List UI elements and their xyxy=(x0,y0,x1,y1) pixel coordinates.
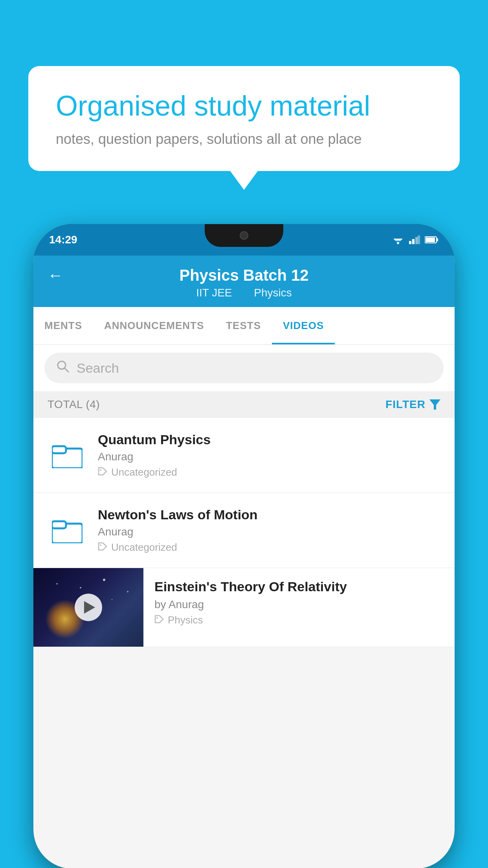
camera-dot xyxy=(240,231,248,240)
app-screen: ← Physics Batch 12 IIT JEE Physics MENTS… xyxy=(33,256,455,868)
folder-svg xyxy=(52,442,83,468)
item-title: Einstein's Theory Of Relativity xyxy=(154,579,444,594)
svg-point-19 xyxy=(100,544,101,546)
tag-label: Physics xyxy=(168,614,203,626)
item-tag: Uncategorized xyxy=(98,466,440,478)
tag-svg xyxy=(98,542,107,551)
play-button[interactable] xyxy=(75,594,102,621)
svg-point-20 xyxy=(103,579,105,581)
search-icon xyxy=(56,360,70,376)
tag-label: Uncategorized xyxy=(111,466,177,478)
battery-icon xyxy=(425,236,439,244)
tag-label: Uncategorized xyxy=(111,541,177,554)
play-triangle-icon xyxy=(84,601,95,614)
speech-bubble: Organised study material notes, question… xyxy=(28,66,460,171)
header-subtitle: IIT JEE Physics xyxy=(191,287,297,299)
filter-button[interactable]: FILTER xyxy=(385,398,440,411)
tab-tests[interactable]: TESTS xyxy=(215,307,272,344)
item-author: Anurag xyxy=(98,451,440,463)
status-bar: 14:29 xyxy=(33,224,455,256)
video-list: Quantum Physics Anurag Uncategorized xyxy=(33,418,455,647)
wifi-icon xyxy=(392,235,404,244)
search-placeholder: Search xyxy=(77,360,119,376)
header-title: Physics Batch 12 xyxy=(179,267,308,284)
tag-svg xyxy=(154,615,164,623)
svg-rect-7 xyxy=(418,235,420,244)
total-count: TOTAL (4) xyxy=(48,398,100,411)
header-row: ← Physics Batch 12 xyxy=(48,267,440,284)
item-author: Anurag xyxy=(98,526,440,538)
bubble-subtitle: notes, question papers, solutions all at… xyxy=(56,131,432,147)
list-item[interactable]: Einstein's Theory Of Relativity by Anura… xyxy=(33,568,455,647)
status-time: 14:29 xyxy=(49,234,77,246)
svg-rect-6 xyxy=(415,237,418,244)
thumb-content: Einstein's Theory Of Relativity by Anura… xyxy=(143,568,455,637)
svg-rect-5 xyxy=(412,239,415,244)
video-thumbnail xyxy=(33,568,143,647)
tag-svg xyxy=(98,467,107,476)
phone-frame: 14:29 xyxy=(33,224,455,868)
notch-cutout xyxy=(205,224,283,247)
bubble-title: Organised study material xyxy=(56,90,432,122)
status-icons xyxy=(392,235,439,244)
svg-rect-15 xyxy=(52,446,66,453)
item-title: Quantum Physics xyxy=(98,432,440,447)
svg-rect-4 xyxy=(409,241,411,244)
tabs-bar: MENTS ANNOUNCEMENTS TESTS VIDEOS xyxy=(33,307,455,345)
svg-point-25 xyxy=(156,617,158,619)
tag-icon xyxy=(154,614,164,626)
tag-icon xyxy=(98,466,107,478)
header-subtitle-part2: Physics xyxy=(254,287,292,299)
svg-point-21 xyxy=(127,591,128,592)
folder-icon xyxy=(48,517,87,543)
back-button[interactable]: ← xyxy=(48,267,63,284)
tab-ments[interactable]: MENTS xyxy=(33,307,93,344)
header-subtitle-part1: IIT JEE xyxy=(196,287,232,299)
svg-marker-13 xyxy=(429,399,440,410)
svg-point-24 xyxy=(56,583,58,585)
svg-line-12 xyxy=(65,368,68,372)
filter-bar: TOTAL (4) FILTER xyxy=(33,391,455,418)
list-item[interactable]: Quantum Physics Anurag Uncategorized xyxy=(33,418,455,493)
item-tag: Uncategorized xyxy=(98,541,440,554)
item-content: Newton's Laws of Motion Anurag Uncategor… xyxy=(98,507,440,554)
item-title: Newton's Laws of Motion xyxy=(98,507,440,522)
filter-label: FILTER xyxy=(385,398,426,411)
signal-icon xyxy=(409,235,420,244)
app-header: ← Physics Batch 12 IIT JEE Physics xyxy=(33,256,455,307)
svg-rect-18 xyxy=(52,521,66,528)
phone-container: 14:29 xyxy=(33,224,455,868)
item-content: Quantum Physics Anurag Uncategorized xyxy=(98,432,440,478)
tab-videos[interactable]: VIDEOS xyxy=(272,307,335,344)
tab-announcements[interactable]: ANNOUNCEMENTS xyxy=(93,307,215,344)
list-item[interactable]: Newton's Laws of Motion Anurag Uncategor… xyxy=(33,493,455,568)
svg-point-16 xyxy=(100,469,101,471)
svg-point-22 xyxy=(80,587,81,588)
item-author: by Anurag xyxy=(154,598,444,611)
svg-point-23 xyxy=(112,599,113,600)
svg-rect-10 xyxy=(426,237,435,242)
folder-svg xyxy=(52,517,83,543)
folder-icon xyxy=(48,442,87,468)
search-bar-container: Search xyxy=(33,345,455,391)
search-bar[interactable]: Search xyxy=(44,353,444,383)
filter-funnel-icon xyxy=(429,399,440,410)
svg-rect-9 xyxy=(437,238,438,241)
item-tag: Physics xyxy=(154,614,444,626)
tag-icon xyxy=(98,541,107,554)
